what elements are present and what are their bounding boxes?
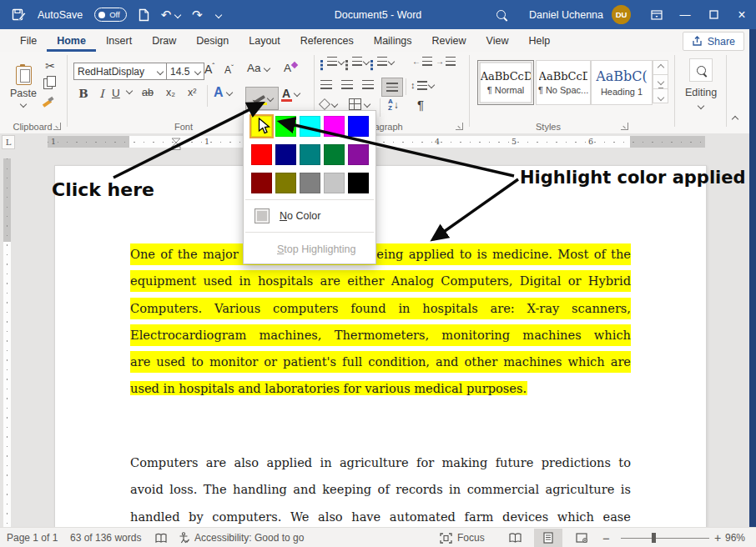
undo-button[interactable]: ↶ (161, 8, 180, 23)
tab-file[interactable]: File (10, 32, 47, 52)
highlight-swatch-gray-50[interactable] (300, 173, 320, 193)
shading-button[interactable] (320, 100, 337, 108)
tab-draw[interactable]: Draw (142, 32, 186, 52)
highlight-swatch-pink[interactable] (324, 116, 345, 137)
tab-home[interactable]: Home (47, 32, 96, 52)
focus-button[interactable]: Focus (440, 528, 485, 547)
font-name-dropdown-icon[interactable] (157, 68, 164, 74)
tab-help[interactable]: Help (518, 32, 560, 52)
bold-button[interactable]: B (77, 87, 90, 100)
copy-icon[interactable] (43, 78, 53, 89)
format-painter-icon[interactable] (42, 97, 53, 108)
editing-dropdown-icon[interactable] (698, 103, 704, 109)
tab-review[interactable]: Review (422, 32, 476, 52)
highlight-swatch-dark-blue[interactable] (275, 144, 296, 165)
grow-font-button[interactable]: Aˆ (204, 62, 214, 77)
bullet-list-button[interactable] (320, 57, 344, 66)
style-heading1[interactable]: AaBbC(Heading 1 (591, 60, 653, 105)
superscript-button[interactable]: x² (188, 87, 196, 98)
highlight-swatch-bright-green[interactable] (275, 116, 296, 137)
highlight-swatch-red[interactable] (251, 144, 272, 165)
highlight-swatch-turquoise[interactable] (300, 116, 320, 137)
align-right-button[interactable] (362, 80, 374, 89)
user-name[interactable]: Daniel Uchenna (529, 9, 603, 21)
document-line[interactable]: avoid loss. The handling and keeping of … (130, 479, 631, 500)
zoom-level[interactable]: 96% (725, 528, 745, 547)
styles-more-icon[interactable] (653, 88, 668, 103)
line-spacing-button[interactable]: ↕ (411, 80, 434, 90)
indent-markers[interactable] (171, 138, 181, 150)
document-line[interactable]: Electrocardiogram machines, Thermometers… (130, 324, 631, 346)
highlighted-paragraph[interactable]: One of the major areas computers is bein… (130, 243, 631, 405)
zoom-slider-thumb[interactable] (652, 533, 656, 543)
no-color-option[interactable]: No Color (244, 206, 375, 226)
document-line[interactable]: equipment used in hospitals are either A… (130, 270, 631, 292)
justify-button[interactable] (381, 78, 403, 97)
paragraph-dialog-launcher[interactable] (456, 123, 463, 130)
font-size-dropdown-icon[interactable] (194, 68, 201, 74)
zoom-in-button[interactable]: + (714, 528, 721, 547)
read-mode-icon[interactable] (501, 529, 529, 547)
styles-scroll-up-icon[interactable] (653, 60, 668, 75)
clear-formatting-button[interactable]: A (284, 62, 297, 74)
strikethrough-button[interactable]: ab (142, 87, 154, 98)
pilcrow-button[interactable]: ¶ (417, 98, 424, 112)
tab-view[interactable]: View (476, 32, 519, 52)
highlight-swatch-violet[interactable] (348, 144, 369, 165)
customize-toolbar-icon[interactable] (214, 11, 221, 18)
sort-button[interactable]: AZ ↓ (388, 98, 399, 112)
highlight-swatch-blue[interactable] (348, 116, 369, 137)
font-color-dropdown-icon[interactable] (294, 90, 300, 97)
decrease-indent-button[interactable]: ← (412, 57, 432, 66)
proofing-icon[interactable] (155, 528, 167, 547)
tab-design[interactable]: Design (186, 32, 239, 52)
cut-icon[interactable]: ✂ (42, 58, 58, 73)
ribbon-display-options-icon[interactable] (643, 0, 671, 29)
accessibility-status[interactable]: Accessibility: Good to go (179, 528, 304, 547)
new-document-icon[interactable] (139, 8, 149, 22)
collapse-ribbon-icon[interactable] (733, 117, 738, 122)
highlight-swatch-dark-red[interactable] (251, 173, 272, 193)
highlight-swatch-gray-25[interactable] (324, 173, 345, 193)
underline-dropdown-icon[interactable] (127, 88, 132, 93)
vertical-ruler[interactable] (3, 158, 11, 527)
highlight-swatch-black[interactable] (348, 173, 369, 193)
clipboard-dialog-launcher[interactable] (53, 123, 61, 130)
word-count[interactable]: 63 of 136 words (70, 528, 141, 547)
page-indicator[interactable]: Page 1 of 1 (7, 528, 58, 547)
second-paragraph[interactable]: Computers are also applied in agricultur… (130, 452, 631, 533)
highlight-dropdown-icon[interactable] (266, 95, 273, 102)
highlight-swatch-teal[interactable] (300, 144, 320, 165)
subscript-button[interactable]: x₂ (166, 87, 175, 98)
paste-button[interactable]: Paste (7, 57, 40, 115)
multilevel-list-button[interactable] (370, 57, 394, 66)
styles-dialog-launcher[interactable] (621, 123, 628, 130)
maximize-button[interactable] (699, 0, 728, 29)
web-layout-icon[interactable] (567, 529, 596, 547)
tab-layout[interactable]: Layout (239, 32, 290, 52)
italic-button[interactable]: I (97, 87, 107, 100)
style-normal[interactable]: AaBbCcDc¶ Normal (477, 60, 534, 105)
redo-button[interactable]: ↷ (192, 8, 203, 23)
highlight-swatch-dark-yellow[interactable] (275, 173, 296, 193)
document-line[interactable]: Computers. Various computers found in ho… (130, 298, 631, 319)
horizontal-ruler[interactable]: 1 123456 (48, 136, 705, 148)
highlight-swatch-green[interactable] (324, 144, 345, 165)
highlight-swatch-yellow[interactable] (251, 116, 272, 137)
change-case-button[interactable]: Aa (247, 62, 270, 74)
shrink-font-button[interactable]: Aˇ (224, 63, 234, 77)
highlight-color-button[interactable] (245, 87, 279, 110)
tab-mailings[interactable]: Mailings (364, 32, 422, 52)
undo-dropdown-icon[interactable] (174, 12, 181, 18)
document-line[interactable]: One of the major areas computers is bein… (130, 243, 631, 265)
print-layout-icon[interactable] (534, 529, 562, 547)
borders-button[interactable] (349, 98, 370, 110)
zoom-slider-track[interactable] (621, 538, 709, 539)
avatar[interactable]: DU (612, 5, 631, 24)
minimize-button[interactable]: — (671, 0, 699, 29)
document-page[interactable]: One of the major areas computers is bein… (54, 165, 707, 529)
save-icon[interactable] (12, 8, 26, 22)
tab-insert[interactable]: Insert (96, 32, 142, 52)
align-center-button[interactable] (341, 80, 353, 89)
tab-selector[interactable]: L (2, 135, 15, 149)
